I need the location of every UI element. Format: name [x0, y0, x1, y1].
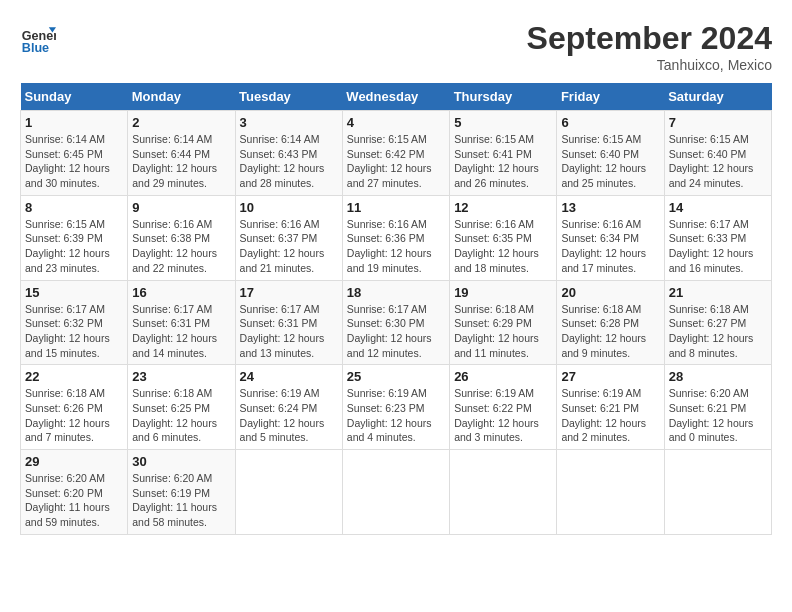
day-number: 1 [25, 115, 123, 130]
day-info: Sunrise: 6:15 AMSunset: 6:40 PMDaylight:… [669, 132, 767, 191]
table-row: 28 Sunrise: 6:20 AMSunset: 6:21 PMDaylig… [664, 365, 771, 450]
day-number: 8 [25, 200, 123, 215]
day-info: Sunrise: 6:18 AMSunset: 6:27 PMDaylight:… [669, 302, 767, 361]
logo: General Blue [20, 20, 56, 56]
day-info: Sunrise: 6:17 AMSunset: 6:31 PMDaylight:… [132, 302, 230, 361]
day-info: Sunrise: 6:16 AMSunset: 6:38 PMDaylight:… [132, 217, 230, 276]
day-info: Sunrise: 6:16 AMSunset: 6:35 PMDaylight:… [454, 217, 552, 276]
day-number: 11 [347, 200, 445, 215]
header-saturday: Saturday [664, 83, 771, 111]
table-row: 26 Sunrise: 6:19 AMSunset: 6:22 PMDaylig… [450, 365, 557, 450]
day-info: Sunrise: 6:17 AMSunset: 6:30 PMDaylight:… [347, 302, 445, 361]
page-header: General Blue September 2024 Tanhuixco, M… [20, 20, 772, 73]
day-number: 7 [669, 115, 767, 130]
day-number: 2 [132, 115, 230, 130]
table-row [342, 450, 449, 535]
table-row: 11 Sunrise: 6:16 AMSunset: 6:36 PMDaylig… [342, 195, 449, 280]
title-block: September 2024 Tanhuixco, Mexico [527, 20, 772, 73]
day-info: Sunrise: 6:14 AMSunset: 6:45 PMDaylight:… [25, 132, 123, 191]
day-number: 9 [132, 200, 230, 215]
day-info: Sunrise: 6:16 AMSunset: 6:37 PMDaylight:… [240, 217, 338, 276]
table-row: 25 Sunrise: 6:19 AMSunset: 6:23 PMDaylig… [342, 365, 449, 450]
day-number: 15 [25, 285, 123, 300]
day-number: 22 [25, 369, 123, 384]
logo-icon: General Blue [20, 20, 56, 56]
day-number: 24 [240, 369, 338, 384]
day-info: Sunrise: 6:15 AMSunset: 6:39 PMDaylight:… [25, 217, 123, 276]
location: Tanhuixco, Mexico [527, 57, 772, 73]
day-info: Sunrise: 6:17 AMSunset: 6:31 PMDaylight:… [240, 302, 338, 361]
day-info: Sunrise: 6:19 AMSunset: 6:21 PMDaylight:… [561, 386, 659, 445]
table-row: 5 Sunrise: 6:15 AMSunset: 6:41 PMDayligh… [450, 111, 557, 196]
day-number: 5 [454, 115, 552, 130]
day-number: 4 [347, 115, 445, 130]
day-info: Sunrise: 6:16 AMSunset: 6:36 PMDaylight:… [347, 217, 445, 276]
day-number: 27 [561, 369, 659, 384]
day-info: Sunrise: 6:19 AMSunset: 6:23 PMDaylight:… [347, 386, 445, 445]
day-info: Sunrise: 6:18 AMSunset: 6:25 PMDaylight:… [132, 386, 230, 445]
svg-text:Blue: Blue [22, 41, 49, 55]
table-row: 24 Sunrise: 6:19 AMSunset: 6:24 PMDaylig… [235, 365, 342, 450]
day-number: 20 [561, 285, 659, 300]
table-row: 1 Sunrise: 6:14 AMSunset: 6:45 PMDayligh… [21, 111, 128, 196]
table-row: 17 Sunrise: 6:17 AMSunset: 6:31 PMDaylig… [235, 280, 342, 365]
day-info: Sunrise: 6:14 AMSunset: 6:44 PMDaylight:… [132, 132, 230, 191]
table-row: 22 Sunrise: 6:18 AMSunset: 6:26 PMDaylig… [21, 365, 128, 450]
table-row [235, 450, 342, 535]
table-row [557, 450, 664, 535]
day-number: 14 [669, 200, 767, 215]
day-number: 21 [669, 285, 767, 300]
table-row: 6 Sunrise: 6:15 AMSunset: 6:40 PMDayligh… [557, 111, 664, 196]
table-row: 30 Sunrise: 6:20 AMSunset: 6:19 PMDaylig… [128, 450, 235, 535]
table-row: 2 Sunrise: 6:14 AMSunset: 6:44 PMDayligh… [128, 111, 235, 196]
table-row [450, 450, 557, 535]
day-info: Sunrise: 6:19 AMSunset: 6:22 PMDaylight:… [454, 386, 552, 445]
day-number: 3 [240, 115, 338, 130]
day-info: Sunrise: 6:18 AMSunset: 6:29 PMDaylight:… [454, 302, 552, 361]
day-number: 19 [454, 285, 552, 300]
day-info: Sunrise: 6:17 AMSunset: 6:32 PMDaylight:… [25, 302, 123, 361]
calendar-week-row: 22 Sunrise: 6:18 AMSunset: 6:26 PMDaylig… [21, 365, 772, 450]
day-number: 13 [561, 200, 659, 215]
day-info: Sunrise: 6:20 AMSunset: 6:20 PMDaylight:… [25, 471, 123, 530]
day-number: 12 [454, 200, 552, 215]
table-row: 29 Sunrise: 6:20 AMSunset: 6:20 PMDaylig… [21, 450, 128, 535]
header-thursday: Thursday [450, 83, 557, 111]
header-friday: Friday [557, 83, 664, 111]
day-number: 10 [240, 200, 338, 215]
day-info: Sunrise: 6:18 AMSunset: 6:28 PMDaylight:… [561, 302, 659, 361]
day-number: 6 [561, 115, 659, 130]
day-info: Sunrise: 6:15 AMSunset: 6:41 PMDaylight:… [454, 132, 552, 191]
header-sunday: Sunday [21, 83, 128, 111]
day-number: 25 [347, 369, 445, 384]
day-number: 23 [132, 369, 230, 384]
day-number: 28 [669, 369, 767, 384]
day-info: Sunrise: 6:18 AMSunset: 6:26 PMDaylight:… [25, 386, 123, 445]
table-row: 12 Sunrise: 6:16 AMSunset: 6:35 PMDaylig… [450, 195, 557, 280]
table-row: 27 Sunrise: 6:19 AMSunset: 6:21 PMDaylig… [557, 365, 664, 450]
header-row: Sunday Monday Tuesday Wednesday Thursday… [21, 83, 772, 111]
table-row: 20 Sunrise: 6:18 AMSunset: 6:28 PMDaylig… [557, 280, 664, 365]
table-row: 9 Sunrise: 6:16 AMSunset: 6:38 PMDayligh… [128, 195, 235, 280]
day-info: Sunrise: 6:17 AMSunset: 6:33 PMDaylight:… [669, 217, 767, 276]
day-number: 16 [132, 285, 230, 300]
table-row: 19 Sunrise: 6:18 AMSunset: 6:29 PMDaylig… [450, 280, 557, 365]
calendar-week-row: 1 Sunrise: 6:14 AMSunset: 6:45 PMDayligh… [21, 111, 772, 196]
header-tuesday: Tuesday [235, 83, 342, 111]
day-info: Sunrise: 6:14 AMSunset: 6:43 PMDaylight:… [240, 132, 338, 191]
table-row: 23 Sunrise: 6:18 AMSunset: 6:25 PMDaylig… [128, 365, 235, 450]
calendar-week-row: 29 Sunrise: 6:20 AMSunset: 6:20 PMDaylig… [21, 450, 772, 535]
day-number: 30 [132, 454, 230, 469]
day-info: Sunrise: 6:19 AMSunset: 6:24 PMDaylight:… [240, 386, 338, 445]
day-info: Sunrise: 6:20 AMSunset: 6:21 PMDaylight:… [669, 386, 767, 445]
day-number: 29 [25, 454, 123, 469]
header-wednesday: Wednesday [342, 83, 449, 111]
calendar-week-row: 15 Sunrise: 6:17 AMSunset: 6:32 PMDaylig… [21, 280, 772, 365]
day-info: Sunrise: 6:15 AMSunset: 6:42 PMDaylight:… [347, 132, 445, 191]
month-title: September 2024 [527, 20, 772, 57]
table-row: 4 Sunrise: 6:15 AMSunset: 6:42 PMDayligh… [342, 111, 449, 196]
table-row: 14 Sunrise: 6:17 AMSunset: 6:33 PMDaylig… [664, 195, 771, 280]
day-number: 26 [454, 369, 552, 384]
table-row: 21 Sunrise: 6:18 AMSunset: 6:27 PMDaylig… [664, 280, 771, 365]
table-row [664, 450, 771, 535]
